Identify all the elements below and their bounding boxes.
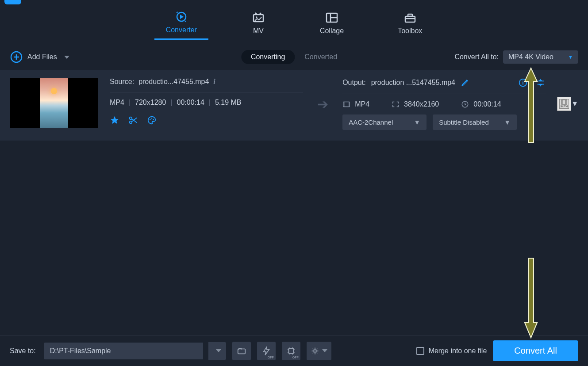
resolution-icon (392, 100, 400, 108)
format-badge-text: MP4 (561, 105, 568, 108)
source-column: Source: productio...47455.mp4 i MP4| 720… (110, 78, 303, 125)
source-meta: MP4| 720x1280| 00:00:14| 5.19 MB (110, 99, 303, 107)
svg-rect-32 (288, 348, 293, 353)
toolbox-icon (403, 11, 418, 24)
chevron-down-icon (216, 349, 221, 352)
hw-off-label: OFF (268, 356, 274, 359)
edit-icon[interactable] (461, 78, 469, 87)
svg-rect-7 (405, 16, 415, 22)
top-tab-bar: Converter MV Collage Toolbox (0, 0, 588, 44)
converter-icon (174, 10, 189, 23)
divider (110, 92, 303, 92)
tab-converter[interactable]: Converter (154, 8, 208, 40)
output-column: Output: production ...5147455.mp4 MP4 38… (342, 78, 546, 130)
merge-checkbox[interactable]: Merge into one file (416, 347, 487, 355)
output-duration: 00:00:14 (473, 100, 501, 108)
checkbox-icon (416, 347, 424, 355)
palette-icon[interactable] (147, 115, 157, 125)
add-files-button[interactable]: Add Files (10, 50, 69, 64)
output-meta: MP4 3840x2160 00:00:14 (342, 100, 546, 108)
save-path-dropdown[interactable] (208, 342, 226, 360)
tab-mv[interactable]: MV (239, 8, 277, 39)
save-to-label: Save to: (10, 347, 36, 355)
collage-icon (324, 11, 339, 24)
svg-point-3 (256, 16, 257, 18)
source-format: MP4 (110, 99, 124, 107)
chevron-down-icon: ▼ (568, 54, 573, 60)
gpu-toggle[interactable]: OFF (282, 342, 300, 360)
gpu-off-label: OFF (292, 356, 299, 359)
file-item: Source: productio...47455.mp4 i MP4| 720… (0, 70, 588, 141)
arrow-right-icon: ➔ (315, 96, 331, 112)
clock-icon (461, 100, 469, 108)
source-resolution: 720x1280 (135, 99, 166, 107)
chevron-down-icon (322, 349, 327, 352)
source-size: 5.19 MB (215, 99, 242, 107)
svg-point-20 (153, 119, 154, 120)
svg-marker-13 (111, 116, 119, 124)
app-logo-corner (4, 0, 21, 4)
svg-marker-1 (180, 15, 184, 19)
convert-all-to-select[interactable]: MP4 4K Video ▼ (503, 50, 578, 64)
video-thumbnail[interactable] (10, 78, 98, 128)
open-folder-button[interactable] (232, 342, 251, 360)
output-format-badge[interactable]: MP4 ▼ (557, 97, 578, 111)
save-path-input[interactable] (44, 343, 203, 359)
plus-circle-icon (10, 50, 23, 64)
file-list: Source: productio...47455.mp4 i MP4| 720… (0, 70, 588, 141)
scissors-icon[interactable] (128, 115, 138, 125)
bottom-bar: Save to: OFF OFF Merge into one file Con… (0, 335, 588, 366)
svg-point-19 (151, 118, 152, 118)
high-speed-toggle[interactable]: OFF (257, 342, 276, 360)
svg-rect-8 (408, 14, 412, 16)
output-format: MP4 (355, 100, 369, 108)
output-resolution: 3840x2160 (404, 100, 439, 108)
svg-rect-31 (238, 349, 245, 354)
tab-converter-label: Converter (166, 26, 197, 34)
subtitle-select-value: Subtitle Disabled (439, 118, 489, 126)
chevron-down-icon (64, 56, 69, 59)
source-label: Source: (110, 78, 134, 86)
audio-select-value: AAC-2Channel (349, 118, 393, 126)
output-label: Output: (342, 79, 365, 87)
svg-point-23 (523, 80, 523, 81)
subtitle-select[interactable]: Subtitle Disabled ▼ (433, 114, 517, 130)
convert-all-button[interactable]: Convert All (493, 340, 578, 361)
svg-marker-35 (525, 258, 537, 338)
convert-all-to-label: Convert All to: (454, 53, 499, 61)
audio-select[interactable]: AAC-2Channel ▼ (342, 114, 427, 130)
chevron-down-icon: ▼ (414, 118, 420, 126)
star-icon[interactable] (110, 115, 119, 125)
convert-all-to-group: Convert All to: MP4 4K Video ▼ (454, 50, 578, 64)
svg-point-33 (314, 350, 316, 352)
video-icon (342, 100, 350, 108)
output-filename: production ...5147455.mp4 (371, 79, 455, 87)
add-files-label: Add Files (27, 53, 57, 61)
settings-button[interactable] (307, 342, 331, 360)
tab-collage-label: Collage (320, 27, 344, 35)
info-icon[interactable]: i (213, 78, 215, 86)
mv-icon (251, 11, 266, 24)
svg-point-18 (150, 119, 150, 120)
convert-all-to-value: MP4 4K Video (508, 53, 553, 61)
source-filename: productio...47455.mp4 (138, 78, 209, 86)
tab-collage[interactable]: Collage (308, 8, 355, 39)
tab-converted[interactable]: Converted (295, 50, 347, 64)
svg-rect-28 (561, 100, 567, 104)
svg-rect-24 (343, 102, 350, 107)
subbar: Add Files Converting Converted Convert A… (0, 44, 588, 70)
tab-toolbox[interactable]: Toolbox (386, 8, 434, 39)
info-circle-icon[interactable] (518, 78, 528, 88)
chevron-down-icon: ▼ (504, 118, 511, 126)
merge-label: Merge into one file (429, 347, 487, 355)
annotation-arrow-down (522, 255, 540, 339)
divider (342, 94, 546, 94)
mp4-file-icon: MP4 (559, 99, 569, 109)
chevron-down-icon: ▼ (571, 100, 578, 108)
compress-icon[interactable] (536, 78, 546, 88)
tab-toolbox-label: Toolbox (398, 27, 422, 35)
source-duration: 00:00:14 (177, 99, 204, 107)
tab-mv-label: MV (253, 27, 264, 35)
tab-converting[interactable]: Converting (241, 50, 295, 64)
status-tabs: Converting Converted (241, 50, 347, 64)
